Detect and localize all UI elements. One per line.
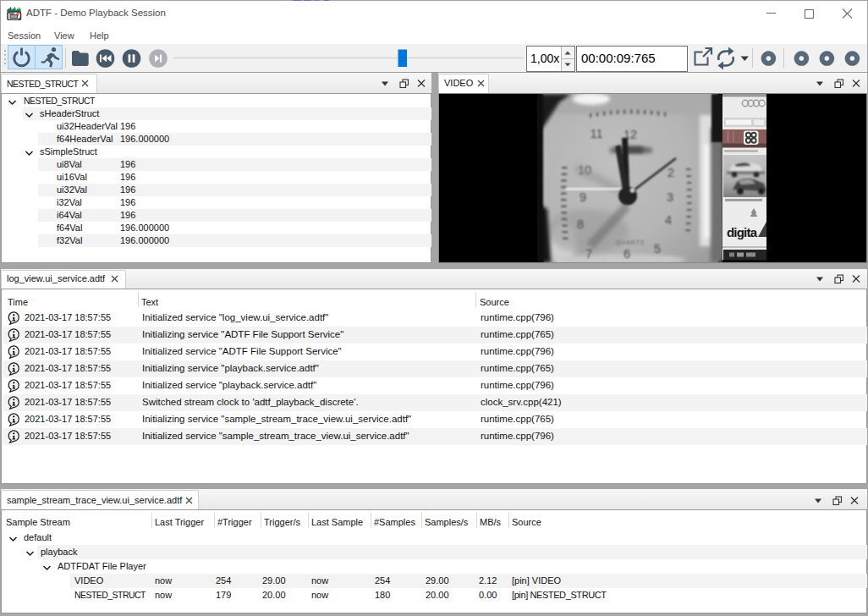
svg-text:8: 8: [577, 217, 584, 231]
svg-text:7: 7: [585, 247, 592, 261]
svg-text:9: 9: [580, 190, 586, 204]
svg-text:digita: digita: [727, 225, 758, 239]
svg-text:5: 5: [654, 242, 661, 256]
svg-text:2: 2: [667, 166, 674, 179]
svg-text:3: 3: [667, 190, 673, 204]
svg-text:QUARTZ: QUARTZ: [616, 239, 646, 246]
svg-text:11: 11: [590, 127, 602, 140]
svg-text:4: 4: [665, 213, 672, 227]
svg-text:6: 6: [624, 247, 630, 261]
